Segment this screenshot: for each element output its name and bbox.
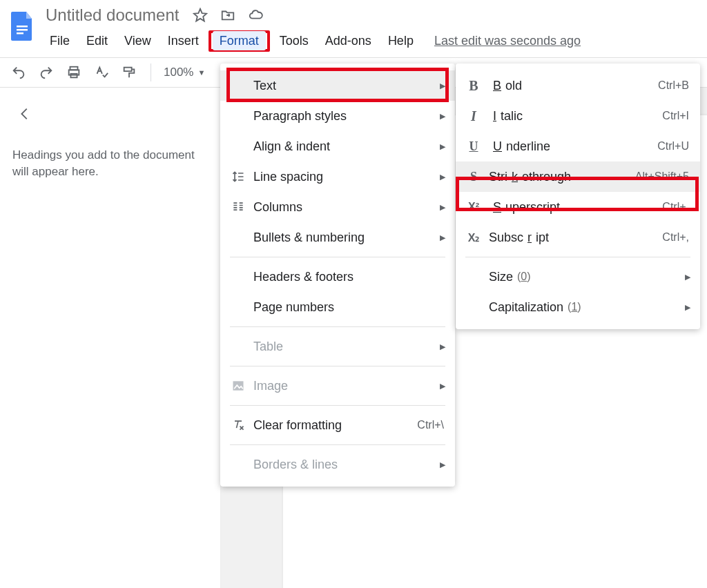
document-title[interactable]: Untitled document bbox=[43, 4, 182, 26]
menu-label: Strikethrough bbox=[489, 170, 628, 184]
format-menu: Text ▶ Paragraph styles ▶ Align & indent… bbox=[220, 63, 455, 487]
blank-icon bbox=[230, 108, 246, 124]
menubar-format[interactable]: Format bbox=[213, 31, 266, 50]
blank-icon bbox=[230, 338, 246, 355]
image-icon bbox=[230, 378, 246, 394]
superscript-icon: X² bbox=[465, 199, 482, 215]
format-menu-columns[interactable]: Columns ▶ bbox=[220, 192, 455, 222]
menu-label: Size (0) bbox=[489, 270, 689, 284]
menu-label: Paragraph styles bbox=[253, 109, 444, 124]
cloud-status-icon[interactable] bbox=[246, 6, 264, 24]
text-menu-size[interactable]: Size (0) ▶ bbox=[456, 262, 700, 292]
menubar-insert[interactable]: Insert bbox=[161, 31, 206, 51]
blank-icon bbox=[230, 456, 246, 473]
outline-panel: Headings you add to the document will ap… bbox=[0, 88, 221, 588]
format-menu-text[interactable]: Text ▶ bbox=[220, 70, 455, 101]
menubar-view[interactable]: View bbox=[117, 31, 158, 51]
italic-icon: I bbox=[465, 108, 482, 124]
outline-empty-hint: Headings you add to the document will ap… bbox=[12, 147, 208, 180]
docs-logo-icon[interactable] bbox=[8, 8, 36, 44]
print-icon[interactable] bbox=[65, 63, 83, 81]
format-menu-bullets-numbering[interactable]: Bullets & numbering ▶ bbox=[220, 222, 455, 253]
submenu-arrow-icon: ▶ bbox=[440, 81, 445, 90]
clear-format-icon bbox=[230, 417, 246, 433]
svg-rect-0 bbox=[17, 26, 28, 28]
menu-shortcut: Ctrl+. bbox=[662, 201, 689, 213]
menu-separator bbox=[230, 366, 445, 366]
text-menu-bold[interactable]: B Bold Ctrl+B bbox=[456, 70, 700, 101]
subscript-icon: X₂ bbox=[465, 229, 482, 246]
menu-shortcut: Ctrl+I bbox=[662, 110, 689, 122]
menu-shortcut: Ctrl+B bbox=[658, 79, 689, 92]
menu-label: Headers & footers bbox=[253, 270, 444, 284]
menu-separator bbox=[465, 257, 690, 257]
text-submenu: B Bold Ctrl+B I Italic Ctrl+I U Underlin… bbox=[456, 63, 700, 329]
strikethrough-icon: S bbox=[465, 168, 482, 185]
menubar-edit[interactable]: Edit bbox=[79, 31, 115, 51]
menu-label: Underline bbox=[489, 139, 650, 154]
menu-label: Clear formatting bbox=[253, 418, 410, 433]
chevron-down-icon: ▼ bbox=[197, 68, 205, 77]
format-menu-headers-footers[interactable]: Headers & footers bbox=[220, 262, 455, 292]
move-folder-icon[interactable] bbox=[219, 6, 237, 24]
menubar-tools[interactable]: Tools bbox=[273, 31, 316, 51]
outline-back-icon[interactable] bbox=[12, 101, 37, 126]
menubar: File Edit View Insert Format Tools Add-o… bbox=[43, 26, 699, 57]
menubar-addons[interactable]: Add-ons bbox=[318, 31, 378, 51]
menu-separator bbox=[230, 444, 445, 445]
submenu-arrow-icon: ▶ bbox=[685, 303, 690, 312]
format-menu-clear-formatting[interactable]: Clear formatting Ctrl+\ bbox=[220, 410, 455, 440]
zoom-value: 100% bbox=[164, 66, 193, 79]
submenu-arrow-icon: ▶ bbox=[685, 273, 690, 282]
text-menu-underline[interactable]: U Underline Ctrl+U bbox=[456, 131, 700, 161]
format-menu-paragraph-styles[interactable]: Paragraph styles ▶ bbox=[220, 101, 455, 131]
menu-label: Line spacing bbox=[253, 170, 444, 184]
menu-label: Page numbers bbox=[253, 300, 444, 315]
format-menu-page-numbers[interactable]: Page numbers bbox=[220, 292, 455, 322]
menu-shortcut: Ctrl+, bbox=[662, 231, 689, 244]
submenu-arrow-icon: ▶ bbox=[440, 342, 445, 351]
blank-icon bbox=[230, 77, 246, 94]
text-menu-subscript[interactable]: X₂ Subscript Ctrl+, bbox=[456, 222, 700, 253]
svg-rect-2 bbox=[17, 32, 23, 35]
menubar-format-highlight: Format bbox=[209, 30, 270, 52]
zoom-select[interactable]: 100% ▼ bbox=[164, 66, 205, 79]
submenu-arrow-icon: ▶ bbox=[440, 460, 445, 469]
menu-separator bbox=[230, 257, 445, 257]
star-icon[interactable] bbox=[191, 6, 209, 24]
menubar-file[interactable]: File bbox=[43, 31, 77, 51]
format-menu-align-indent[interactable]: Align & indent ▶ bbox=[220, 131, 455, 161]
menu-label: Image bbox=[253, 379, 444, 393]
last-edit-link[interactable]: Last edit was seconds ago bbox=[434, 34, 581, 48]
text-menu-strikethrough[interactable]: S Strikethrough Alt+Shift+5 bbox=[456, 161, 700, 192]
format-menu-line-spacing[interactable]: Line spacing ▶ bbox=[220, 161, 455, 192]
submenu-arrow-icon: ▶ bbox=[440, 173, 445, 182]
undo-icon[interactable] bbox=[10, 63, 28, 81]
menu-label: Superscript bbox=[489, 200, 655, 215]
spellcheck-icon[interactable] bbox=[93, 63, 110, 81]
submenu-arrow-icon: ▶ bbox=[440, 142, 445, 151]
submenu-arrow-icon: ▶ bbox=[440, 233, 445, 242]
menu-separator bbox=[230, 405, 445, 406]
menu-label: Subscript bbox=[489, 231, 655, 245]
text-menu-superscript[interactable]: X² Superscript Ctrl+. bbox=[456, 192, 700, 222]
redo-icon[interactable] bbox=[37, 63, 55, 81]
underline-icon: U bbox=[465, 138, 482, 155]
blank-icon bbox=[465, 299, 482, 315]
menu-label: Text bbox=[253, 79, 444, 93]
blank-icon bbox=[465, 268, 482, 285]
submenu-arrow-icon: ▶ bbox=[440, 203, 445, 212]
format-menu-table: Table ▶ bbox=[220, 331, 455, 362]
blank-icon bbox=[230, 138, 246, 155]
bold-icon: B bbox=[465, 77, 482, 94]
menubar-help[interactable]: Help bbox=[381, 31, 420, 51]
paint-format-icon[interactable] bbox=[120, 63, 138, 81]
submenu-arrow-icon: ▶ bbox=[440, 382, 445, 391]
line-spacing-icon bbox=[230, 168, 246, 185]
text-menu-capitalization[interactable]: Capitalization (1) ▶ bbox=[456, 292, 700, 322]
text-menu-italic[interactable]: I Italic Ctrl+I bbox=[456, 101, 700, 131]
app-header: Untitled document File Edit View Insert … bbox=[0, 0, 707, 58]
columns-icon bbox=[230, 199, 246, 215]
menu-label: Bold bbox=[489, 79, 651, 93]
menu-label: Borders & lines bbox=[253, 458, 444, 472]
